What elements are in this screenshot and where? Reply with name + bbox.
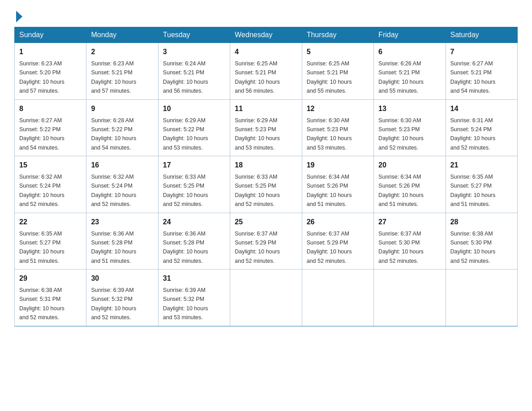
column-header-friday: Friday (374, 27, 446, 43)
day-info: Sunrise: 6:37 AMSunset: 5:29 PMDaylight:… (307, 231, 352, 264)
day-number: 19 (307, 160, 369, 171)
day-info: Sunrise: 6:32 AMSunset: 5:24 PMDaylight:… (19, 174, 64, 207)
day-info: Sunrise: 6:23 AMSunset: 5:21 PMDaylight:… (91, 60, 136, 94)
calendar-cell: 4 Sunrise: 6:25 AMSunset: 5:21 PMDayligh… (230, 43, 302, 100)
day-info: Sunrise: 6:23 AMSunset: 5:20 PMDaylight:… (19, 60, 64, 94)
day-number: 31 (163, 273, 225, 284)
day-info: Sunrise: 6:33 AMSunset: 5:25 PMDaylight:… (163, 174, 208, 207)
calendar-cell: 13 Sunrise: 6:30 AMSunset: 5:23 PMDaylig… (374, 99, 446, 156)
calendar-cell: 18 Sunrise: 6:33 AMSunset: 5:25 PMDaylig… (230, 156, 302, 213)
logo (14, 13, 22, 20)
day-info: Sunrise: 6:25 AMSunset: 5:21 PMDaylight:… (307, 60, 352, 94)
calendar-cell: 19 Sunrise: 6:34 AMSunset: 5:26 PMDaylig… (302, 156, 373, 213)
calendar-cell: 3 Sunrise: 6:24 AMSunset: 5:21 PMDayligh… (158, 43, 230, 100)
day-info: Sunrise: 6:37 AMSunset: 5:29 PMDaylight:… (235, 231, 280, 264)
day-number: 11 (235, 103, 297, 114)
day-info: Sunrise: 6:27 AMSunset: 5:21 PMDaylight:… (450, 60, 496, 94)
calendar-cell: 28 Sunrise: 6:38 AMSunset: 5:30 PMDaylig… (446, 213, 517, 270)
day-info: Sunrise: 6:38 AMSunset: 5:31 PMDaylight:… (19, 287, 64, 321)
day-info: Sunrise: 6:32 AMSunset: 5:24 PMDaylight:… (91, 174, 136, 207)
day-number: 9 (91, 103, 153, 114)
day-number: 7 (450, 47, 513, 57)
day-number: 20 (378, 160, 441, 171)
day-info: Sunrise: 6:34 AMSunset: 5:26 PMDaylight:… (378, 174, 424, 207)
column-header-thursday: Thursday (302, 27, 373, 43)
day-info: Sunrise: 6:30 AMSunset: 5:23 PMDaylight:… (307, 117, 352, 151)
calendar-cell: 24 Sunrise: 6:36 AMSunset: 5:28 PMDaylig… (158, 213, 230, 270)
day-number: 23 (91, 217, 153, 227)
calendar-cell: 29 Sunrise: 6:38 AMSunset: 5:31 PMDaylig… (15, 270, 86, 326)
day-info: Sunrise: 6:29 AMSunset: 5:22 PMDaylight:… (163, 117, 208, 151)
day-info: Sunrise: 6:24 AMSunset: 5:21 PMDaylight:… (163, 60, 208, 94)
day-number: 5 (307, 47, 369, 57)
day-number: 28 (450, 217, 513, 227)
calendar-cell: 12 Sunrise: 6:30 AMSunset: 5:23 PMDaylig… (302, 99, 373, 156)
calendar-header-row: SundayMondayTuesdayWednesdayThursdayFrid… (15, 27, 518, 43)
day-number: 10 (163, 103, 225, 114)
day-number: 6 (378, 47, 441, 57)
column-header-saturday: Saturday (446, 27, 517, 43)
day-info: Sunrise: 6:28 AMSunset: 5:22 PMDaylight:… (91, 117, 136, 151)
day-info: Sunrise: 6:39 AMSunset: 5:32 PMDaylight:… (163, 287, 208, 321)
calendar-cell: 20 Sunrise: 6:34 AMSunset: 5:26 PMDaylig… (374, 156, 446, 213)
day-info: Sunrise: 6:37 AMSunset: 5:30 PMDaylight:… (378, 231, 424, 264)
calendar-cell: 14 Sunrise: 6:31 AMSunset: 5:24 PMDaylig… (446, 99, 517, 156)
day-info: Sunrise: 6:30 AMSunset: 5:23 PMDaylight:… (378, 117, 424, 151)
page-header (14, 11, 518, 20)
day-number: 12 (307, 103, 369, 114)
day-number: 25 (235, 217, 297, 227)
day-number: 13 (378, 103, 441, 114)
day-number: 1 (19, 47, 82, 57)
calendar-cell: 25 Sunrise: 6:37 AMSunset: 5:29 PMDaylig… (230, 213, 302, 270)
day-number: 17 (163, 160, 225, 171)
day-number: 15 (19, 160, 82, 171)
calendar-cell: 11 Sunrise: 6:29 AMSunset: 5:23 PMDaylig… (230, 99, 302, 156)
day-number: 14 (450, 103, 513, 114)
calendar-week-4: 22 Sunrise: 6:35 AMSunset: 5:27 PMDaylig… (15, 213, 518, 270)
calendar-cell (446, 270, 517, 326)
day-number: 4 (235, 47, 297, 57)
day-info: Sunrise: 6:36 AMSunset: 5:28 PMDaylight:… (163, 231, 208, 264)
column-header-tuesday: Tuesday (158, 27, 230, 43)
day-number: 8 (19, 103, 82, 114)
logo-arrow-icon (16, 11, 22, 22)
calendar-cell (230, 270, 302, 326)
calendar-cell: 10 Sunrise: 6:29 AMSunset: 5:22 PMDaylig… (158, 99, 230, 156)
day-info: Sunrise: 6:39 AMSunset: 5:32 PMDaylight:… (91, 287, 136, 321)
calendar-cell: 15 Sunrise: 6:32 AMSunset: 5:24 PMDaylig… (15, 156, 86, 213)
day-number: 16 (91, 160, 153, 171)
day-info: Sunrise: 6:26 AMSunset: 5:21 PMDaylight:… (378, 60, 424, 94)
day-info: Sunrise: 6:27 AMSunset: 5:22 PMDaylight:… (19, 117, 64, 151)
calendar-cell: 21 Sunrise: 6:35 AMSunset: 5:27 PMDaylig… (446, 156, 517, 213)
day-number: 26 (307, 217, 369, 227)
calendar-cell: 26 Sunrise: 6:37 AMSunset: 5:29 PMDaylig… (302, 213, 373, 270)
calendar-cell: 5 Sunrise: 6:25 AMSunset: 5:21 PMDayligh… (302, 43, 373, 100)
calendar-cell: 27 Sunrise: 6:37 AMSunset: 5:30 PMDaylig… (374, 213, 446, 270)
day-number: 21 (450, 160, 513, 171)
calendar-cell: 31 Sunrise: 6:39 AMSunset: 5:32 PMDaylig… (158, 270, 230, 326)
calendar-week-1: 1 Sunrise: 6:23 AMSunset: 5:20 PMDayligh… (15, 43, 518, 100)
calendar-cell: 17 Sunrise: 6:33 AMSunset: 5:25 PMDaylig… (158, 156, 230, 213)
day-info: Sunrise: 6:35 AMSunset: 5:27 PMDaylight:… (450, 174, 496, 207)
day-info: Sunrise: 6:25 AMSunset: 5:21 PMDaylight:… (235, 60, 280, 94)
day-info: Sunrise: 6:33 AMSunset: 5:25 PMDaylight:… (235, 174, 280, 207)
calendar-cell: 30 Sunrise: 6:39 AMSunset: 5:32 PMDaylig… (86, 270, 158, 326)
day-number: 2 (91, 47, 153, 57)
calendar-week-3: 15 Sunrise: 6:32 AMSunset: 5:24 PMDaylig… (15, 156, 518, 213)
calendar-cell: 16 Sunrise: 6:32 AMSunset: 5:24 PMDaylig… (86, 156, 158, 213)
calendar-cell: 22 Sunrise: 6:35 AMSunset: 5:27 PMDaylig… (15, 213, 86, 270)
calendar-week-5: 29 Sunrise: 6:38 AMSunset: 5:31 PMDaylig… (15, 270, 518, 326)
calendar-cell: 8 Sunrise: 6:27 AMSunset: 5:22 PMDayligh… (15, 99, 86, 156)
calendar-cell: 7 Sunrise: 6:27 AMSunset: 5:21 PMDayligh… (446, 43, 517, 100)
day-info: Sunrise: 6:38 AMSunset: 5:30 PMDaylight:… (450, 231, 496, 264)
column-header-monday: Monday (86, 27, 158, 43)
calendar-cell: 2 Sunrise: 6:23 AMSunset: 5:21 PMDayligh… (86, 43, 158, 100)
day-info: Sunrise: 6:29 AMSunset: 5:23 PMDaylight:… (235, 117, 280, 151)
day-number: 3 (163, 47, 225, 57)
calendar-week-2: 8 Sunrise: 6:27 AMSunset: 5:22 PMDayligh… (15, 99, 518, 156)
column-header-wednesday: Wednesday (230, 27, 302, 43)
day-number: 24 (163, 217, 225, 227)
calendar-cell: 1 Sunrise: 6:23 AMSunset: 5:20 PMDayligh… (15, 43, 86, 100)
calendar-cell (302, 270, 373, 326)
day-number: 29 (19, 273, 82, 284)
